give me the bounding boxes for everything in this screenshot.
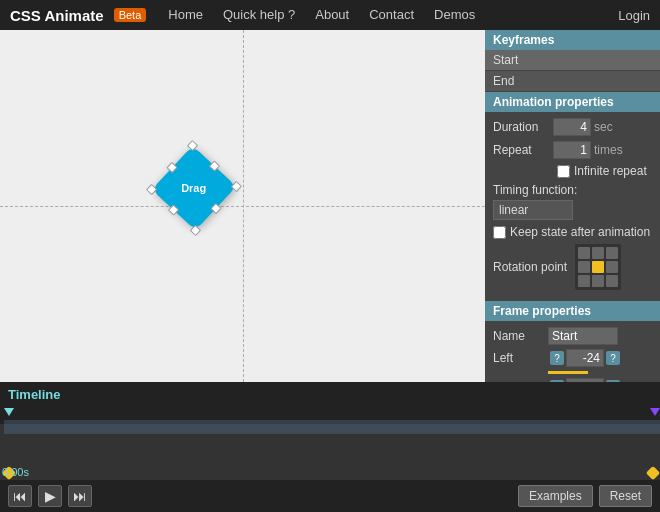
duration-input[interactable]	[553, 118, 591, 136]
handle-middle-left[interactable]	[168, 205, 179, 216]
rot-cell-7[interactable]	[592, 275, 604, 287]
infinite-repeat-row: Infinite repeat	[493, 164, 652, 178]
animation-properties-title: Animation properties	[485, 92, 660, 112]
rotation-point-row: Rotation point	[493, 244, 652, 290]
nav-contact[interactable]: Contact	[361, 0, 422, 30]
keyframes-section: Keyframes Start End	[485, 30, 660, 92]
drag-label: Drag	[181, 182, 206, 194]
duration-row: Duration sec	[493, 118, 652, 136]
frame-properties-section: Frame properties Name Left ? ? Top ?	[485, 301, 660, 382]
timeline-track[interactable]: 0.00s	[0, 406, 660, 480]
nav-about[interactable]: About	[307, 0, 357, 30]
timing-function-value[interactable]: linear	[493, 200, 573, 220]
timeline-title: Timeline	[8, 387, 61, 402]
repeat-row: Repeat times	[493, 141, 652, 159]
nav-quick-help[interactable]: Quick help ?	[215, 0, 303, 30]
timing-function-label: Timing function:	[493, 183, 652, 197]
timeline-header: Timeline	[0, 382, 660, 406]
keyframe-start[interactable]: Start	[485, 50, 660, 71]
timeline-bar	[4, 420, 660, 434]
rot-cell-5[interactable]	[606, 261, 618, 273]
keep-state-row: Keep state after animation	[493, 225, 652, 239]
keep-state-checkbox[interactable]	[493, 226, 506, 239]
play-button[interactable]: ▶	[38, 485, 62, 507]
examples-button[interactable]: Examples	[518, 485, 593, 507]
rot-cell-4[interactable]	[592, 261, 604, 273]
left-help-icon[interactable]: ?	[550, 351, 564, 365]
timeline-area: Timeline 0.00s ⏮ ▶ ⏭ Examples Reset	[0, 382, 660, 512]
frame-left-row: Left ? ?	[493, 349, 652, 367]
logo: CSS Animate	[10, 7, 104, 24]
frame-properties-title: Frame properties	[485, 301, 660, 321]
repeat-input[interactable]	[553, 141, 591, 159]
duration-label: Duration	[493, 120, 553, 134]
nav-demos[interactable]: Demos	[426, 0, 483, 30]
rot-cell-2[interactable]	[606, 247, 618, 259]
repeat-unit: times	[594, 143, 623, 157]
rot-cell-8[interactable]	[606, 275, 618, 287]
keyframe-end[interactable]: End	[485, 71, 660, 92]
handle-bottom-left[interactable]	[190, 225, 201, 236]
canvas-area[interactable]: Drag	[0, 30, 485, 382]
main-area: Drag Keyframes Start End Animation prope…	[0, 30, 660, 382]
animation-properties-section: Animation properties Duration sec Repeat…	[485, 92, 660, 301]
forward-button[interactable]: ⏭	[68, 485, 92, 507]
reset-button[interactable]: Reset	[599, 485, 652, 507]
handle-bottom-right[interactable]	[231, 181, 242, 192]
beta-badge: Beta	[114, 8, 147, 22]
playhead-start[interactable]	[4, 408, 14, 416]
rot-cell-6[interactable]	[578, 275, 590, 287]
left-indicator	[548, 371, 588, 374]
infinite-repeat-checkbox[interactable]	[557, 165, 570, 178]
handle-top-left[interactable]	[146, 184, 157, 195]
frame-name-label: Name	[493, 329, 548, 343]
handle-top-middle[interactable]	[166, 162, 177, 173]
rotation-point-label: Rotation point	[493, 260, 567, 274]
controls-row: ⏮ ▶ ⏭ Examples Reset	[0, 480, 660, 512]
time-display: 0.00s	[2, 466, 29, 478]
frame-name-input[interactable]	[548, 327, 618, 345]
duration-unit: sec	[594, 120, 613, 134]
frame-name-row: Name	[493, 327, 652, 345]
canvas-vertical-guide	[243, 30, 244, 382]
keep-state-label: Keep state after animation	[510, 225, 650, 239]
handle-bottom-middle[interactable]	[210, 203, 221, 214]
login-button[interactable]: Login	[618, 8, 650, 23]
infinite-repeat-label: Infinite repeat	[574, 164, 647, 178]
nav-home[interactable]: Home	[160, 0, 211, 30]
frame-left-input[interactable]	[566, 349, 604, 367]
draggable-element[interactable]: Drag	[152, 146, 237, 231]
timeline-node-end[interactable]	[646, 466, 660, 480]
rot-cell-1[interactable]	[592, 247, 604, 259]
playhead-end[interactable]	[650, 408, 660, 416]
rot-cell-3[interactable]	[578, 261, 590, 273]
frame-left-label: Left	[493, 351, 548, 365]
handle-middle-right[interactable]	[209, 161, 220, 172]
rot-cell-0[interactable]	[578, 247, 590, 259]
repeat-label: Repeat	[493, 143, 553, 157]
handle-top-right[interactable]	[187, 140, 198, 151]
rotation-grid	[575, 244, 621, 290]
left-info-icon[interactable]: ?	[606, 351, 620, 365]
keyframes-title: Keyframes	[485, 30, 660, 50]
right-panel: Keyframes Start End Animation properties…	[485, 30, 660, 382]
header: CSS Animate Beta Home Quick help ? About…	[0, 0, 660, 30]
rewind-button[interactable]: ⏮	[8, 485, 32, 507]
